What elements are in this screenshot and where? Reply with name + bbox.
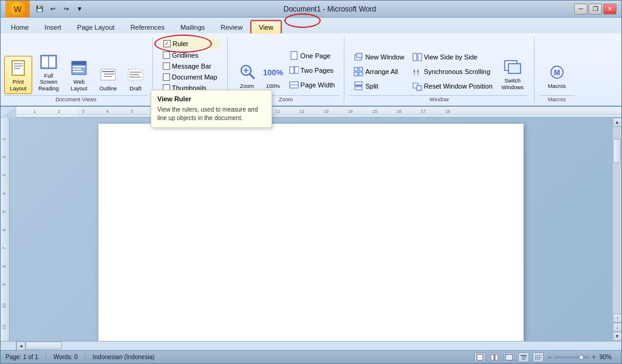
page-area[interactable] [10,118,612,341]
horizontal-scrollbar[interactable]: ◄ ► [16,342,35,350]
one-page-label: One Page [301,52,331,59]
draft-status-btn[interactable] [533,352,544,362]
word-window: W 💾 ↩ ↪ ▼ Document1 - Microsoft Word ─ ❐… [0,0,622,364]
scroll-track-v[interactable] [613,127,621,314]
next-page-button[interactable]: ↓ [613,323,622,332]
vertical-scrollbar[interactable]: ▲ ↑ ↓ ▼ [612,118,621,341]
reset-window-position-button[interactable]: Reset Window Position [409,79,496,93]
full-screen-reading-button[interactable]: Full ScreenReading [33,50,64,94]
draft-button[interactable]: Draft [123,62,148,94]
svg-text:2: 2 [2,156,6,158]
svg-rect-84 [477,354,483,360]
svg-text:9: 9 [2,283,6,286]
tab-insert[interactable]: Insert [36,21,69,33]
svg-rect-13 [102,71,114,72]
switch-windows-label: SwitchWindows [502,78,524,91]
prev-page-button[interactable]: ↑ [613,314,622,323]
page-width-icon [289,80,299,90]
svg-text:13: 13 [324,109,329,113]
gridlines-checkbox[interactable]: Gridlines [160,50,220,60]
title-bar-left: W 💾 ↩ ↪ ▼ [5,1,86,18]
print-layout-status-btn[interactable] [474,352,485,362]
two-pages-button[interactable]: Two Pages [286,64,338,77]
scroll-thumb-h[interactable] [26,342,62,349]
undo-button[interactable]: ↩ [47,4,59,15]
zoom-100-button[interactable]: 100% 100% [262,60,284,92]
zoom-thumb[interactable] [579,355,584,360]
window-group: New Window Arrange All Spl [349,36,528,103]
svg-text:10: 10 [2,303,6,308]
print-layout-button[interactable]: PrintLayout [4,56,32,94]
svg-text:15: 15 [372,109,377,113]
full-read-status-btn[interactable] [489,352,500,362]
zoom-track[interactable] [553,356,590,359]
zoom-minus-button[interactable]: − [547,353,552,362]
split-button[interactable]: Split [350,79,407,93]
synchronous-scrolling-button[interactable]: Synchronous Scrolling [409,65,496,78]
svg-text:11: 11 [2,325,6,329]
svg-rect-25 [290,67,294,73]
tab-references[interactable]: References [123,21,173,33]
tab-view[interactable]: View [250,20,282,33]
window-title: Document1 - Microsoft Word [86,5,574,13]
outline-button[interactable]: Outline [94,62,122,94]
redo-button[interactable]: ↪ [60,4,72,15]
message-bar-checkbox-label: Message Bar [172,62,211,70]
ruler-row: 1 2 3 4 5 6 7 8 9 10 11 12 13 14 15 16 1 [1,107,621,118]
message-bar-checkbox[interactable]: Message Bar [160,61,220,71]
close-button[interactable]: ✕ [603,4,617,15]
one-page-button[interactable]: One Page [286,49,338,62]
document-map-checkbox[interactable]: Document Map [160,72,220,82]
tooltip-text: View the rulers, used to measure and lin… [157,106,265,123]
arrange-all-button[interactable]: Arrange All [350,65,407,78]
show-hide-buttons: ✓ Ruler Gridlines Message Bar [158,36,222,72]
svg-rect-33 [354,72,358,76]
tab-mailings[interactable]: Mailings [173,21,213,33]
scroll-bottom-btns: ↑ ↓ ▼ [613,314,622,341]
customize-qat-button[interactable]: ▼ [73,4,86,15]
tab-review[interactable]: Review [213,21,250,33]
switch-windows-button[interactable]: SwitchWindows [497,55,528,93]
ruler-checkbox[interactable]: ✓ Ruler [160,38,220,49]
sep3 [344,37,344,102]
macros-group: M Macros Macros [539,36,575,103]
ruler-horizontal: 1 2 3 4 5 6 7 8 9 10 11 12 13 14 15 16 1 [16,107,621,118]
tab-home[interactable]: Home [3,21,36,33]
zoom-button[interactable]: Zoom [234,60,261,92]
minimize-button[interactable]: ─ [574,4,587,15]
scroll-thumb-v[interactable] [613,139,621,163]
new-window-button[interactable]: New Window [350,50,407,64]
ruler-container: ✓ Ruler [160,38,220,49]
tooltip-title: View Ruler [157,95,265,103]
tooltip-view-ruler: View Ruler View the rulers, used to meas… [151,90,272,128]
arrange-all-label: Arrange All [365,68,398,75]
window-buttons: New Window Arrange All Spl [349,36,528,94]
print-layout-icon [9,58,28,78]
window-controls: ─ ❐ ✕ [574,4,617,15]
svg-rect-10 [73,69,81,70]
view-side-by-side-button[interactable]: View Side by Side [409,50,496,64]
scroll-left-button[interactable]: ◄ [16,342,26,350]
scroll-down-button[interactable]: ▼ [613,332,622,341]
restore-button[interactable]: ❐ [589,4,602,15]
outline-status-btn[interactable] [518,352,529,362]
svg-marker-50 [1,107,16,118]
zoom-plus-button[interactable]: + [592,353,596,362]
page-width-button[interactable]: Page Width [286,78,338,92]
tab-page-layout[interactable]: Page Layout [69,21,123,33]
new-window-icon [354,52,363,62]
office-logo[interactable]: W [5,1,30,18]
svg-rect-18 [129,74,139,75]
web-layout-icon [69,58,89,78]
macros-button[interactable]: M Macros [542,60,572,92]
page-info: Page: 1 of 1 [5,354,38,360]
scroll-up-button[interactable]: ▲ [613,118,622,127]
zoom-slider[interactable]: − + [547,353,596,362]
svg-text:17: 17 [421,109,426,113]
full-screen-reading-icon [39,52,58,72]
web-layout-status-btn[interactable] [504,352,514,362]
status-right: − + 90% [474,352,617,362]
save-button[interactable]: 💾 [33,4,46,15]
svg-text:14: 14 [348,109,353,113]
web-layout-button[interactable]: WebLayout [65,56,93,94]
